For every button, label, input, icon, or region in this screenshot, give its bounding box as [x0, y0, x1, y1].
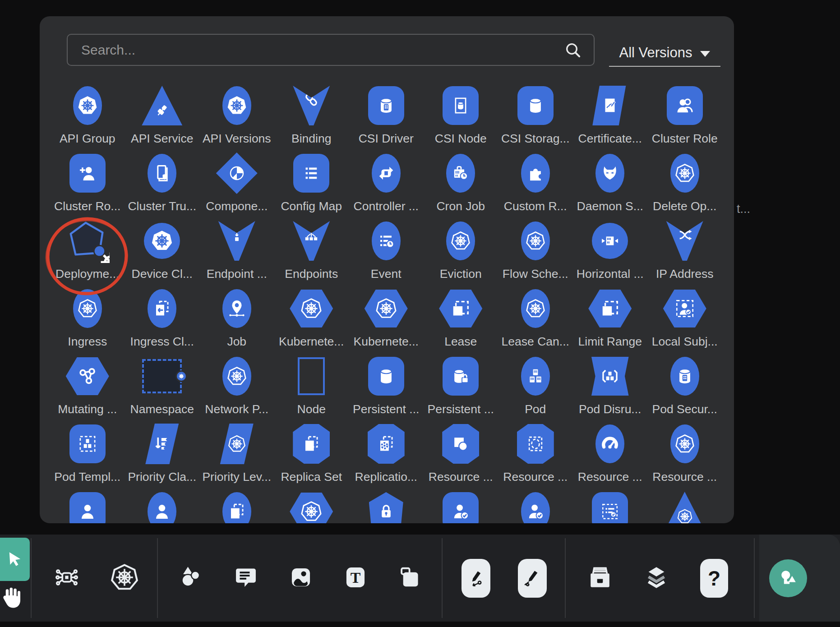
library-item-persistent[interactable]: Persistent ...	[349, 350, 424, 418]
library-item-mutating[interactable]: Mutating ...	[50, 350, 125, 418]
library-item-label: CSI Storag...	[501, 132, 570, 147]
library-item-csi-node[interactable]: CSI Node	[424, 79, 498, 147]
library-item-cron-job[interactable]: Cron Job	[424, 147, 498, 215]
library-item-lease-can[interactable]: Lease Can...	[498, 282, 573, 350]
diagram-tool-button[interactable]	[54, 564, 80, 592]
selection-tool-button[interactable]	[0, 538, 30, 581]
library-item-resource[interactable]: Resource ...	[573, 418, 648, 485]
comment-tool-button[interactable]	[233, 565, 258, 592]
library-item-api-versions[interactable]: API Versions	[199, 79, 274, 147]
library-item-job[interactable]: Job	[199, 282, 274, 350]
canvas-clipped-text: t...	[737, 202, 750, 216]
library-item-priority-cla[interactable]: Priority Cla...	[125, 418, 200, 485]
library-item-device-cl[interactable]: Device Cl...	[125, 215, 200, 282]
device-cl-icon	[144, 215, 180, 267]
library-item-resource[interactable]: Resource ...	[424, 418, 498, 485]
library-item-pod[interactable]: Pod	[498, 350, 573, 418]
library-item-resource[interactable]: Resource ...	[498, 418, 573, 485]
library-item-ingress[interactable]: Ingress	[50, 282, 125, 350]
library-item-label: CSI Driver	[359, 132, 414, 147]
library-item-api-group[interactable]: API Group	[50, 79, 125, 147]
library-item-delete-op[interactable]: Delete Op...	[647, 147, 722, 215]
version-filter-dropdown[interactable]: All Versions	[609, 40, 720, 67]
kubernetes-library-tool-button[interactable]	[110, 562, 139, 594]
library-item-row7-col2[interactable]	[125, 485, 200, 523]
library-item-endpoint[interactable]: Endpoint ...	[199, 215, 274, 282]
library-item-replicatio[interactable]: Replicatio...	[349, 418, 424, 485]
library-item-label: Config Map	[281, 199, 342, 215]
freehand-pen-tool-button[interactable]	[518, 559, 547, 598]
cron-job-icon	[446, 147, 475, 199]
library-item-cluster-tru[interactable]: Cluster Tru...	[125, 147, 200, 215]
toolbar-divider	[442, 538, 443, 618]
library-item-endpoints[interactable]: Endpoints	[274, 215, 349, 282]
library-button-button[interactable]	[769, 559, 807, 597]
library-item-deployme[interactable]: Deployme...	[50, 215, 125, 282]
library-item-pod-templ[interactable]: Pod Templ...	[50, 418, 125, 485]
library-item-row7-col7[interactable]	[498, 485, 573, 523]
library-item-row7-col1[interactable]	[50, 485, 125, 523]
ingress-icon	[73, 282, 102, 335]
library-item-event[interactable]: Event	[349, 215, 424, 282]
library-item-lease[interactable]: Lease	[424, 282, 498, 350]
library-item-label: Mutating ...	[58, 402, 117, 418]
library-item-namespace[interactable]: Namespace	[125, 350, 200, 418]
k8s-icon	[290, 485, 333, 523]
layers-tool-button[interactable]	[643, 564, 669, 592]
library-item-row7-col3[interactable]	[199, 485, 274, 523]
k8s-icon	[592, 485, 628, 523]
library-item-row7-col6[interactable]	[424, 485, 498, 523]
library-item-pod-disru[interactable]: Pod Disru...	[573, 350, 648, 418]
library-item-csi-driver[interactable]: CSI Driver	[349, 79, 424, 147]
pod-disru-icon	[591, 350, 629, 402]
library-item-row7-col4[interactable]	[274, 485, 349, 523]
library-item-daemon-s[interactable]: Daemon S...	[573, 147, 648, 215]
eviction-icon	[446, 215, 475, 267]
library-item-csi-storag[interactable]: CSI Storag...	[498, 79, 573, 147]
library-item-local-subj[interactable]: Local Subj...	[647, 282, 722, 350]
library-item-replica-set[interactable]: Replica Set	[274, 418, 349, 485]
library-item-network-p[interactable]: Network P...	[199, 350, 274, 418]
library-item-compone[interactable]: Compone...	[199, 147, 274, 215]
library-item-pod-secur[interactable]: Pod Secur...	[647, 350, 722, 418]
text-t-icon: T	[343, 565, 368, 592]
note-tool-button[interactable]	[398, 565, 422, 591]
library-item-priority-lev[interactable]: Priority Lev...	[199, 418, 274, 485]
shapes-tool-button[interactable]	[178, 564, 205, 593]
help-tool-button[interactable]: ?	[700, 559, 728, 598]
library-item-label: Node	[297, 402, 326, 418]
library-item-limit-range[interactable]: Limit Range	[573, 282, 648, 350]
library-item-flow-sche[interactable]: Flow Sche...	[498, 215, 573, 282]
connector-pen-tool-button[interactable]	[462, 559, 490, 598]
library-item-kubernete[interactable]: Kubernete...	[349, 282, 424, 350]
library-item-node[interactable]: Node	[274, 350, 349, 418]
library-item-ip-address[interactable]: IP Address	[647, 215, 722, 282]
library-item-row7-col5[interactable]	[349, 485, 424, 523]
library-item-api-service[interactable]: API Service	[125, 79, 200, 147]
library-item-cluster-ro[interactable]: Cluster Ro...	[50, 147, 125, 215]
library-item-binding[interactable]: Binding	[274, 79, 349, 147]
library-item-eviction[interactable]: Eviction	[424, 215, 498, 282]
library-item-controller[interactable]: Controller ...	[349, 147, 424, 215]
search-box[interactable]	[67, 34, 595, 66]
library-item-persistent[interactable]: Persistent ...	[424, 350, 498, 418]
library-item-cluster-role[interactable]: Cluster Role	[647, 79, 722, 147]
job-icon	[222, 282, 251, 335]
text-tool-button[interactable]: T	[343, 565, 368, 592]
library-item-horizontal[interactable]: Horizontal ...	[573, 215, 648, 282]
library-item-row7-col9[interactable]	[647, 485, 722, 523]
library-item-resource[interactable]: Resource ...	[647, 418, 722, 485]
library-item-row7-col8[interactable]	[573, 485, 648, 523]
library-item-ingress-cl[interactable]: Ingress Cl...	[125, 282, 200, 350]
library-item-kubernete[interactable]: Kubernete...	[274, 282, 349, 350]
lease-icon	[439, 282, 482, 335]
pan-tool-button[interactable]	[0, 581, 24, 615]
library-item-custom-r[interactable]: Custom R...	[498, 147, 573, 215]
library-item-config-map[interactable]: Config Map	[274, 147, 349, 215]
archive-tool-button[interactable]	[587, 564, 613, 592]
library-item-label: Replicatio...	[355, 470, 417, 485]
image-tool-button[interactable]	[288, 565, 314, 592]
library-item-label: Resource ...	[503, 470, 568, 485]
search-input[interactable]	[68, 42, 564, 58]
library-item-certificate[interactable]: Certificate...	[573, 79, 648, 147]
